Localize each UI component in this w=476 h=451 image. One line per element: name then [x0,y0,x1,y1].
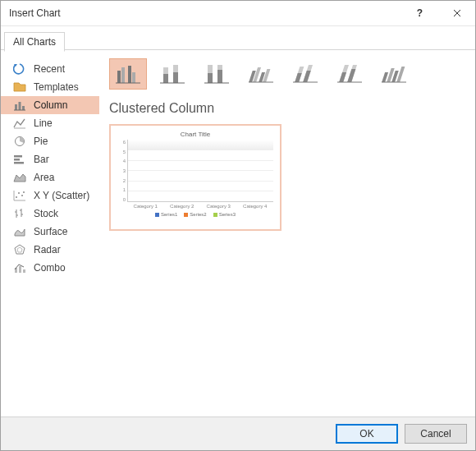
dialog-body: Recent Templates Column Line [1,50,475,416]
sidebar-item-label: Radar [34,244,61,255]
chart-x-labels: Category 1Category 2Category 3Category 4 [117,204,273,209]
radar-icon [12,243,27,256]
sidebar-item-label: X Y (Scatter) [34,190,89,201]
sidebar-item-scatter[interactable]: X Y (Scatter) [1,186,99,205]
svg-rect-32 [163,74,168,83]
subtype-title: Clustered Column [109,101,465,116]
column-icon [12,99,27,112]
svg-rect-34 [173,72,178,83]
sidebar-item-pie[interactable]: Pie [1,132,99,150]
sidebar-item-combo[interactable]: Combo [1,259,99,277]
chart-bars [127,140,273,202]
subtype-3d-column[interactable] [375,58,413,90]
subtype-stacked-column[interactable] [153,58,191,90]
chart-subtype-panel: Clustered Column Chart Title 6543210 Cat… [99,50,475,416]
dialog-footer: OK Cancel [1,416,475,450]
sidebar-item-line[interactable]: Line [1,114,99,132]
sidebar-item-label: Templates [34,81,79,93]
svg-point-12 [23,191,25,193]
sidebar-item-label: Column [34,99,67,111]
subtype-row [109,58,465,90]
svg-rect-52 [339,72,346,82]
svg-rect-54 [347,69,355,82]
svg-rect-27 [121,67,125,83]
svg-rect-39 [217,70,222,83]
svg-point-10 [18,192,20,194]
area-icon [12,171,27,184]
svg-rect-28 [128,66,131,83]
svg-rect-49 [303,71,311,82]
sidebar-item-radar[interactable]: Radar [1,241,99,259]
sidebar-item-label: Bar [34,154,49,165]
scatter-icon [12,189,27,202]
svg-rect-8 [14,162,24,164]
svg-rect-2 [22,106,25,110]
sidebar-item-area[interactable]: Area [1,168,99,186]
cancel-button[interactable]: Cancel [405,424,467,444]
chart-plot: 6543210 [117,140,273,202]
sidebar-item-label: Stock [34,208,58,219]
insert-chart-dialog: Insert Chart ? All Charts Recent Templat… [0,0,476,451]
sidebar-item-label: Line [34,117,53,129]
sidebar-item-stock[interactable]: Stock [1,205,99,223]
sidebar-item-templates[interactable]: Templates [1,78,99,96]
templates-icon [12,81,27,94]
sidebar-item-label: Area [34,172,54,183]
svg-rect-37 [208,73,213,83]
chart-y-axis: 6543210 [117,140,127,202]
sidebar-item-label: Recent [34,63,65,75]
svg-rect-59 [396,67,405,82]
combo-icon [12,261,27,274]
svg-rect-0 [15,104,17,110]
subtype-3d-clustered-column[interactable] [242,58,280,90]
chart-title: Chart Title [117,131,273,138]
subtype-100-stacked-column[interactable] [198,58,236,90]
svg-rect-26 [117,71,121,83]
line-icon [12,117,27,130]
tabs: All Charts [1,26,475,50]
svg-rect-6 [14,155,22,158]
chart-preview[interactable]: Chart Title 6543210 Category 1Category 2… [109,124,281,231]
sidebar-item-bar[interactable]: Bar [1,150,99,168]
bar-icon [12,153,27,166]
sidebar-item-label: Surface [34,226,67,237]
subtype-3d-stacked-column[interactable] [286,58,324,90]
titlebar: Insert Chart ? [1,1,475,26]
subtype-clustered-column[interactable] [109,58,147,90]
sidebar-item-column[interactable]: Column [1,96,99,114]
surface-icon [12,225,27,238]
help-button[interactable]: ? [401,1,438,25]
recent-icon [12,62,27,76]
svg-rect-1 [19,102,21,110]
subtype-3d-100-stacked-column[interactable] [331,58,368,90]
dialog-title: Insert Chart [9,7,401,19]
tab-all-charts[interactable]: All Charts [4,32,65,52]
stock-icon [12,207,27,220]
sidebar-item-recent[interactable]: Recent [1,60,99,78]
svg-rect-7 [14,159,20,161]
svg-rect-47 [295,73,302,82]
svg-point-11 [21,195,23,196]
sidebar-item-label: Combo [34,262,66,274]
svg-marker-22 [17,247,22,252]
sidebar-item-surface[interactable]: Surface [1,223,99,241]
sidebar-item-label: Pie [34,136,48,147]
svg-rect-25 [23,269,25,273]
pie-icon [12,135,27,148]
svg-rect-24 [19,266,21,273]
close-button[interactable] [438,1,475,25]
svg-point-9 [16,196,17,198]
ok-button[interactable]: OK [336,424,398,444]
chart-type-sidebar: Recent Templates Column Line [1,50,99,416]
svg-rect-29 [132,72,135,83]
chart-legend: Series1Series2Series3 [117,212,273,217]
